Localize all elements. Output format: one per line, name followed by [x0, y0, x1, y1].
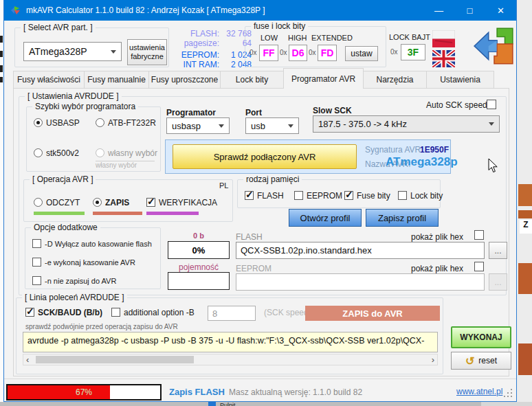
fuse-low-field[interactable]: FF — [259, 45, 278, 61]
background-text-fragment — [0, 51, 3, 57]
option-d-checkbox[interactable] — [32, 239, 41, 248]
eeprom-file-label: EEPROM — [236, 264, 271, 273]
fuse-extended-field[interactable]: FD — [318, 45, 337, 61]
avrdude-settings-group-label: [ Ustawienia AVRDUDE ] — [25, 91, 122, 101]
background-text-fragment — [0, 65, 3, 72]
command-textarea[interactable]: avrdude -p atmega328p -c usbasp -P usb -… — [23, 332, 438, 352]
memory-kind-group-label: rodzaj pamięci — [243, 174, 302, 184]
signature-value: 1E950F — [399, 145, 449, 155]
eeprom-show-hex-label: pokaż plik hex — [411, 264, 463, 273]
port-select[interactable]: usb — [245, 117, 299, 134]
open-profile-button[interactable]: Otwórz profil — [289, 209, 362, 227]
fuse-bits-checkbox[interactable] — [344, 191, 353, 200]
flash-file-field[interactable]: QCX-SSB1.02p.ino.standard.hex — [236, 242, 485, 259]
tab-ustawienia[interactable]: Ustawienia — [426, 71, 494, 89]
scrollbar-thumb[interactable] — [36, 356, 194, 363]
port-value: usb — [251, 121, 265, 131]
reset-button[interactable]: ↺ reset — [451, 352, 511, 370]
option-n-checkbox[interactable] — [32, 276, 41, 285]
custom-hint: własny wybór — [96, 161, 155, 169]
close-button[interactable]: ✕ — [485, 0, 516, 21]
check-avr-button[interactable]: Sprawdź podłączony AVR — [173, 144, 357, 169]
reset-icon: ↺ — [465, 354, 474, 368]
command-scrollbar[interactable]: ‹ › — [23, 354, 438, 365]
lock-bits-checkbox[interactable] — [398, 191, 407, 200]
tab-narzedzia[interactable]: Narzędzia — [363, 71, 427, 89]
radio-atb-ft232r[interactable] — [96, 118, 104, 127]
programmer-select[interactable]: usbasp — [166, 117, 230, 134]
factory-settings-button[interactable]: ustawienia fabryczne — [127, 39, 167, 65]
tab-fusy-manualnie[interactable]: Fusy manualnie — [84, 71, 149, 89]
tab-programator-avr[interactable]: Programator AVR — [283, 68, 364, 89]
sck-speed-hint: (SCK speed) — [264, 308, 311, 317]
flash-checkbox-label: FLASH — [257, 191, 284, 201]
operation-group: [ Operacja AVR ] PL ODCZYT ZAPIS WERYFIK… — [23, 179, 233, 222]
english-flag[interactable] — [432, 50, 455, 67]
sck-baud-label: SCK/BAUD (B/b) — [38, 308, 102, 317]
zapis-banner: ZAPIS do AVR — [305, 306, 440, 321]
background-right-window: Z — [517, 0, 532, 406]
flash-browse-button[interactable]: ... — [489, 242, 507, 259]
language-label: PL — [219, 181, 228, 190]
radio-atb-ft232r-label: ATB-FT232R — [108, 118, 156, 128]
resize-grip[interactable] — [511, 396, 512, 397]
auto-sck-label: Auto SCK speed — [426, 100, 487, 110]
port-label: Port — [245, 108, 262, 117]
version-text: Masz aktualną wersję: 1.1.0 build 82 — [229, 387, 362, 397]
hex-prefix: 0x — [280, 49, 287, 56]
lock-byte-label: LOCK BAJT — [389, 33, 430, 41]
verify-checkbox[interactable] — [146, 198, 155, 207]
eeprom-browse-button[interactable]: ... — [489, 273, 507, 291]
fuse-low-label: LOW — [261, 34, 278, 42]
execute-button[interactable]: WYKONAJ — [451, 326, 511, 348]
atnel-link[interactable]: www.atnel.pl — [456, 387, 502, 396]
fuse-high-field[interactable]: D6 — [289, 45, 307, 61]
hex-prefix: 0x — [309, 49, 316, 56]
write-underline — [93, 212, 142, 215]
b-value-field[interactable]: 8 — [208, 306, 256, 321]
memory-kind-group: rodzaj pamięci FLASH EEPROM Fuse bity Lo… — [237, 179, 441, 208]
avr-part-select[interactable]: ATmega328P — [23, 42, 122, 61]
set-fuses-button[interactable]: ustaw — [345, 46, 378, 61]
auto-sck-checkbox[interactable] — [487, 100, 496, 109]
scroll-left-icon[interactable]: ‹ — [26, 354, 29, 365]
tab-fusy-uproszczone[interactable]: Fusy uproszczone — [148, 71, 221, 89]
save-profile-button[interactable]: Zapisz profil — [366, 209, 439, 227]
radio-read[interactable] — [34, 198, 43, 207]
flash-show-hex-checkbox[interactable] — [474, 230, 484, 240]
eeprom-checkbox[interactable] — [294, 191, 303, 200]
lock-byte-field[interactable]: 3F — [401, 44, 425, 60]
desktop-item-label: Pulpit — [220, 402, 236, 406]
radio-stk500v2[interactable] — [34, 148, 43, 157]
fuse-lock-group-label: fuse i lock bity — [251, 21, 308, 31]
fuse-extended-label: EXTENDED — [311, 34, 353, 42]
option-e-checkbox[interactable] — [32, 258, 41, 267]
polish-flag[interactable] — [432, 30, 455, 47]
tab-fusy-wlasciwosci[interactable]: Fusy właściwości — [13, 71, 85, 89]
titlebar: mkAVR Calculator 1.1.0 build 82 : Andrze… — [4, 0, 516, 21]
tab-lock-bity[interactable]: Lock bity — [220, 71, 284, 89]
sck-baud-checkbox[interactable] — [25, 308, 34, 317]
radio-write[interactable] — [93, 198, 102, 207]
eeprom-show-hex-checkbox[interactable] — [474, 262, 484, 271]
maximize-button[interactable]: □ — [454, 0, 485, 21]
minimize-button[interactable]: — — [423, 0, 454, 21]
additional-option-checkbox[interactable] — [111, 308, 120, 317]
chevron-down-icon — [219, 124, 224, 128]
mkavr-logo — [473, 25, 516, 67]
read-underline — [34, 212, 85, 215]
eeprom-file-field[interactable] — [236, 273, 485, 291]
radio-usbasp[interactable] — [34, 118, 43, 127]
background-text-fragment — [0, 77, 3, 82]
eeprom-checkbox-label: EEPROM — [307, 191, 342, 201]
pagesize-label: pagesize: — [171, 38, 219, 48]
avrdude-settings-group: [ Ustawienia AVRDUDE ] Szybki wybór prog… — [19, 96, 507, 295]
flash-checkbox[interactable] — [245, 191, 254, 200]
slow-sck-select[interactable]: 187.5 - 375.0 -> 4 kHz — [313, 115, 500, 133]
quick-select-group: Szybki wybór programatora USBASP ATB-FT2… — [26, 106, 161, 172]
scroll-right-icon[interactable]: › — [432, 354, 434, 365]
window-title: mkAVR Calculator 1.1.0 build 82 : Andrze… — [26, 5, 265, 15]
radio-custom[interactable] — [96, 148, 104, 157]
verify-checkbox-label: WERYFIKACJA — [159, 198, 217, 207]
command-line-group-label: [ Linia poleceń AVRDUDE ] — [22, 293, 127, 302]
